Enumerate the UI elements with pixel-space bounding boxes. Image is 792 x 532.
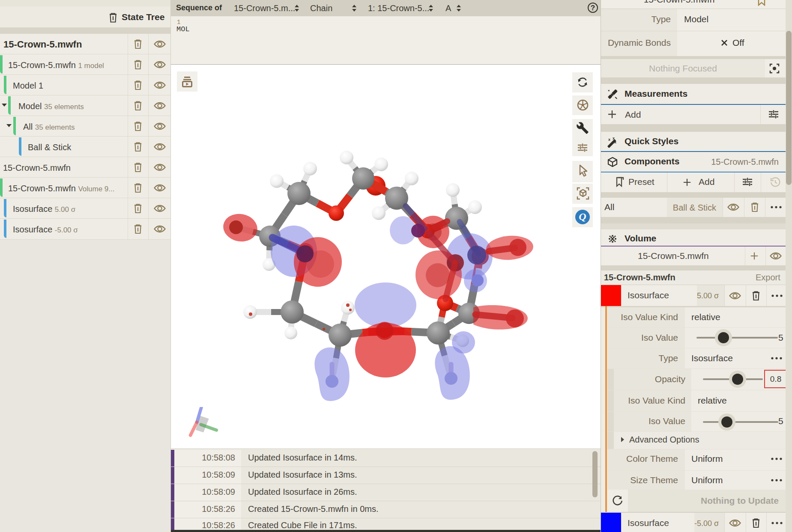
svg-text:x: x <box>614 140 616 144</box>
svg-text:x: x <box>608 137 610 142</box>
